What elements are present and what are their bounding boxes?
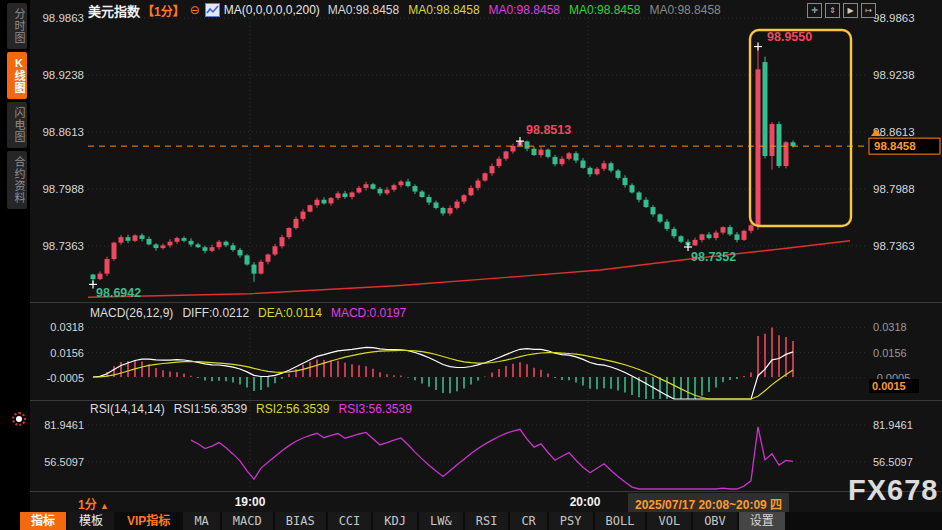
caret-up-icon: ▲ [100, 501, 109, 511]
candle-body [581, 161, 586, 168]
toolbar-item-MACD[interactable]: MACD [222, 512, 273, 530]
candle-body [791, 142, 796, 146]
axis-label: 56.5097 [44, 456, 84, 468]
chart-canvas[interactable]: 98.986398.986398.923898.923898.861398.86… [0, 0, 942, 530]
fit-vertical-axis-icon[interactable]: ⇕ [825, 3, 840, 18]
candle-body [406, 182, 411, 187]
candle-body [329, 198, 334, 203]
candle-body [161, 245, 166, 248]
axis-label: 56.5097 [873, 456, 913, 468]
toolbar-item-VIP指标[interactable]: VIP指标 [116, 512, 181, 530]
toolbar-item-CCI[interactable]: CCI [328, 512, 372, 530]
window-control-icons: ✛⇕▶↦ [807, 3, 876, 18]
candle-body [602, 163, 607, 168]
axis-label: 98.7988 [42, 183, 84, 195]
candle-body [385, 190, 390, 194]
candle-body [756, 69, 761, 225]
axis-label: 98.8613 [873, 126, 915, 138]
collapse-icon[interactable]: ⊖ [190, 3, 200, 17]
axis-label: 98.9863 [42, 12, 84, 24]
candle-body [574, 153, 579, 160]
candle-body [721, 227, 726, 232]
candle-body [224, 242, 229, 246]
axis-label: 98.7988 [873, 183, 915, 195]
candle-body [476, 181, 481, 188]
macd-hdr-item-2: DEA:0.0114 [258, 306, 322, 320]
ma-settings-label[interactable]: MA(0,0,0,0,0,200) [224, 3, 320, 17]
rsi-header[interactable]: RSI(14,14,14)RSI1:56.3539RSI2:56.3539RSI… [90, 402, 421, 416]
axis-label: 98.8458 [874, 140, 916, 152]
shift-right-icon[interactable]: ↦ [861, 3, 876, 18]
candle-body [532, 149, 537, 155]
macd-hdr-item-0: MACD(26,12,9) [90, 306, 173, 320]
rsi-hdr-item-0: RSI(14,14,14) [90, 402, 165, 416]
candle-body [511, 146, 516, 151]
candle-body [189, 241, 194, 245]
chart-type-icon[interactable] [205, 3, 220, 17]
candle-body [273, 246, 278, 254]
candle-body [168, 242, 173, 246]
toolbar-item-指标[interactable]: 指标 [20, 512, 66, 530]
sidebar-tab-4[interactable]: 合约资料 [7, 151, 27, 209]
sidebar-tab-3[interactable]: 闪电图 [7, 102, 27, 148]
candle-body [126, 237, 131, 241]
toolbar-item-设置[interactable]: 设置 [739, 512, 785, 530]
candle-body [280, 237, 285, 246]
candle-body [196, 244, 201, 247]
timeframe-selector[interactable]: 1分 ▲ [78, 495, 109, 512]
candle-body [672, 229, 677, 236]
time-tick: 20:00 [570, 495, 601, 509]
toolbar-item-RSI[interactable]: RSI [465, 512, 509, 530]
alarm-icon[interactable] [12, 412, 26, 426]
sidebar-tab-1[interactable]: 分时图 [7, 3, 27, 49]
candle-body [651, 207, 656, 214]
toolbar-item-MA[interactable]: MA [183, 512, 219, 530]
candle-body [182, 238, 187, 241]
candle-body [133, 235, 138, 240]
ma-value-1: MA0:98.8458 [408, 3, 479, 17]
toolbar-item-KDJ[interactable]: KDJ [373, 512, 417, 530]
rsi-hdr-item-3: RSI3:56.3539 [339, 402, 412, 416]
ma-values: MA0:98.8458MA0:98.8458MA0:98.8458MA0:98.… [328, 3, 730, 17]
candle-body [420, 192, 425, 197]
candle-body [504, 151, 509, 158]
macd-header[interactable]: MACD(26,12,9)DIFF:0.0212DEA:0.0114MACD:0… [90, 306, 415, 320]
candle-body [392, 185, 397, 190]
toolbar-item-LW&[interactable]: LW& [419, 512, 463, 530]
axis-label: 0.0156 [873, 347, 907, 359]
rsi-hdr-item-2: RSI2:56.3539 [256, 402, 329, 416]
candle-body [210, 247, 215, 251]
candle-body [763, 62, 768, 156]
candle-body [217, 242, 222, 247]
candle-body [336, 193, 341, 198]
candle-body [525, 141, 530, 148]
axis-label: 0.0156 [50, 347, 84, 359]
candle-body [378, 189, 383, 194]
indicator-pane-icon[interactable]: ▶ [843, 3, 858, 18]
toolbar-item-模板[interactable]: 模板 [68, 512, 114, 530]
toolbar-item-BOLL[interactable]: BOLL [595, 512, 646, 530]
candle-body [455, 202, 460, 208]
candle-body [546, 150, 551, 157]
layout-grid-icon[interactable]: ✛ [807, 3, 822, 18]
candle-body [399, 182, 404, 186]
candle-body [490, 166, 495, 173]
candle-body [637, 192, 642, 199]
candle-body [301, 212, 306, 219]
trading-app-window: 98.986398.986398.923898.923898.861398.86… [0, 0, 942, 530]
candle-body [238, 250, 243, 255]
candle-body [343, 193, 348, 197]
toolbar-item-PSY[interactable]: PSY [549, 512, 593, 530]
candle-body [665, 222, 670, 229]
sidebar-tab-2[interactable]: K线图 [7, 52, 27, 99]
toolbar-item-BIAS[interactable]: BIAS [275, 512, 326, 530]
candle-body [91, 275, 96, 280]
axis-label: 98.8613 [42, 126, 84, 138]
toolbar-item-VOL[interactable]: VOL [647, 512, 691, 530]
candle-body [539, 150, 544, 155]
toolbar-item-OBV[interactable]: OBV [693, 512, 737, 530]
candle-body [175, 238, 180, 242]
macd-hdr-item-1: DIFF:0.0212 [182, 306, 249, 320]
period-label[interactable]: 【1分】 [142, 2, 185, 19]
toolbar-item-CR[interactable]: CR [510, 512, 546, 530]
